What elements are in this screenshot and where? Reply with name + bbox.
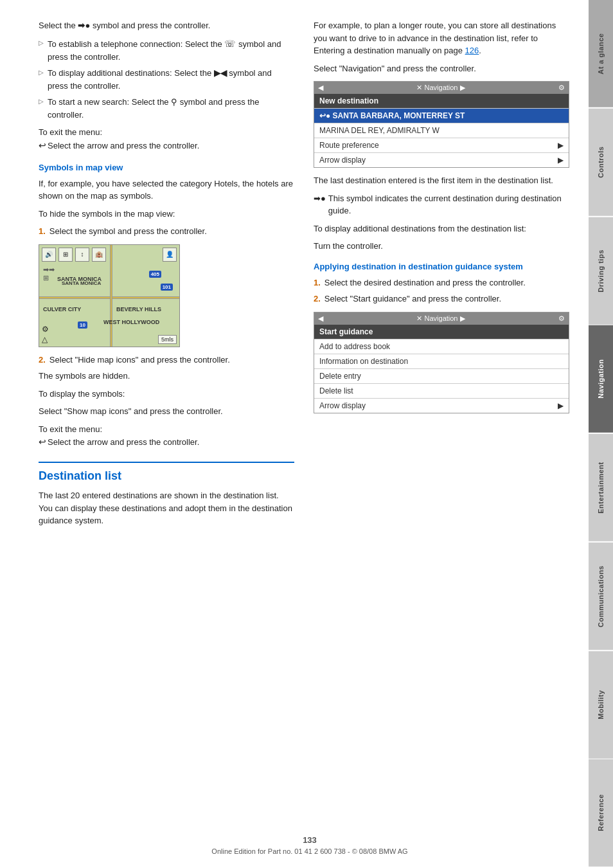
nav-item-delete-list[interactable]: Delete list — [314, 384, 569, 399]
sidebar-tab-controls[interactable]: Controls — [589, 109, 613, 216]
destination-list-heading: Destination list — [39, 469, 294, 483]
list-item: ▷ To display additional destinations: Se… — [39, 67, 294, 92]
map-bottom-icons: ⚙ △ — [42, 325, 49, 344]
bullet-icon: ▷ — [39, 38, 44, 48]
turn-controller-text: Turn the controller. — [314, 240, 569, 253]
applying-dest-heading: Applying destination in destination guid… — [314, 262, 569, 271]
nav-item-marina-del-rey[interactable]: MARINA DEL REY, ADMIRALTY W — [314, 123, 569, 138]
show-icons-text: Select "Show map icons" and press the co… — [39, 405, 294, 418]
step-number: 1. — [39, 225, 46, 238]
list-item: ▷ To start a new search: Select the ⚲ sy… — [39, 96, 294, 121]
list-item-text: To establish a telephone connection: Sel… — [48, 37, 294, 64]
symbol-note-text: This symbol indicates the current destin… — [328, 192, 569, 217]
destination-list-section: Destination list The last 20 entered des… — [39, 462, 294, 527]
nav-item-arrow-display2[interactable]: Arrow display — [314, 399, 569, 413]
left-column: Select the ➡● symbol and press the contr… — [39, 19, 294, 532]
map-icon-person: 👤 — [163, 248, 177, 262]
map-icons: 🔊 ⊞ ↕ 🏨 — [42, 248, 106, 262]
applying-step-2: 2. Select "Start guidance" and press the… — [314, 293, 569, 305]
map-icon-arrow: ↕ — [75, 248, 89, 262]
step-2-text: Select "Hide map icons" and press the co… — [49, 354, 230, 366]
sidebar-tab-at-a-glance[interactable]: At a glance — [589, 0, 613, 107]
applying-step-1: 1. Select the desired destination and pr… — [314, 276, 569, 289]
exit2-instruction: To exit the menu:↩Select the arrow and p… — [39, 423, 294, 449]
footer-text: Online Edition for Part no. 01 41 2 600 … — [211, 847, 407, 855]
nav2-left-arrow: ◀ — [318, 314, 323, 323]
nav-item-start-guidance[interactable]: Start guidance — [314, 325, 569, 339]
map-label-culver-city: CULVER CITY — [43, 306, 81, 312]
symbols-map-view-heading: Symbols in map view — [39, 163, 294, 172]
page-link[interactable]: 126 — [465, 46, 479, 55]
display-more-text: To display additional destinations from … — [314, 222, 569, 235]
map-label-west-hollywood: WEST HOLLYWOOD — [103, 319, 159, 325]
nav-item-new-destination[interactable]: New destination — [314, 94, 569, 109]
bullet-icon: ▷ — [39, 96, 44, 106]
display-symbols-text: To display the symbols: — [39, 388, 294, 401]
step-2: 2. Select "Hide map icons" and press the… — [39, 354, 294, 366]
symbols-hidden-text: The symbols are hidden. — [39, 370, 294, 383]
step-1: 1. Select the symbol and press the contr… — [39, 225, 294, 238]
map-label-santa-monica-disp: SANTA MONICA — [62, 280, 101, 286]
nav-left-arrow: ◀ — [318, 84, 323, 92]
nav-ui-1-header: ◀ ✕ Navigation ▶ ⚙ — [314, 82, 569, 94]
nav-item-santa-barbara[interactable]: ↩● SANTA BARBARA, MONTERREY ST — [314, 109, 569, 123]
list-item-text: To start a new search: Select the ⚲ symb… — [48, 96, 294, 121]
nav-settings-icon: ⚙ — [558, 84, 565, 92]
nav-item-route-preference[interactable]: Route preference — [314, 138, 569, 153]
sidebar-tab-driving-tips[interactable]: Driving tips — [589, 217, 613, 325]
sidebar-tab-mobility[interactable]: Mobility — [589, 651, 613, 759]
map-badge-10: 10 — [78, 321, 87, 329]
back-arrow2-icon: ↩ — [39, 437, 46, 447]
nav-ui-2: ◀ ✕ Navigation ▶ ⚙ Start guidance Add to… — [314, 312, 569, 413]
numbered-list: 1. Select the symbol and press the contr… — [39, 225, 294, 238]
map-arrows: ➡➡⊞ — [43, 266, 55, 282]
nav-ui-2-title: ✕ Navigation ▶ — [323, 314, 558, 323]
sidebar-tab-entertainment[interactable]: Entertainment — [589, 434, 613, 541]
map-badge-405: 405 — [149, 271, 161, 278]
map-icon-sound: 🔊 — [42, 248, 56, 262]
applying-step-1-text: Select the desired destination and press… — [324, 276, 526, 289]
map-road-h — [39, 296, 179, 299]
page-number: 133 — [39, 835, 581, 845]
nav-ui-1: ◀ ✕ Navigation ▶ ⚙ New destination ↩● SA… — [314, 81, 569, 168]
intro-text: Select the ➡● symbol and press the contr… — [39, 19, 294, 32]
nav-item-info-destination[interactable]: Information on destination — [314, 354, 569, 369]
nav-item-delete-entry[interactable]: Delete entry — [314, 369, 569, 384]
bullet-list: ▷ To establish a telephone connection: S… — [39, 37, 294, 122]
sidebar: At a glance Controls Driving tips Naviga… — [589, 0, 613, 868]
nav-ui-1-title: ✕ Navigation ▶ — [323, 84, 558, 92]
applying-steps: 1. Select the desired destination and pr… — [314, 276, 569, 305]
nav-item-add-address-book[interactable]: Add to address book — [314, 339, 569, 354]
exit-instruction: To exit the menu:↩Select the arrow and p… — [39, 126, 294, 152]
map-label-beverly-hills: BEVERLY HILLS — [116, 306, 161, 312]
map-view: 🔊 ⊞ ↕ 🏨 👤 ➡➡⊞ SANTA MONICA SANTA MONICA — [39, 244, 180, 347]
step-2-number: 2. — [39, 354, 46, 366]
list-item-text: To display additional destinations: Sele… — [48, 67, 294, 92]
map-icon-nav: ⊞ — [58, 248, 73, 262]
sidebar-tab-reference[interactable]: Reference — [589, 759, 613, 867]
right-column: For example, to plan a longer route, you… — [314, 19, 569, 532]
dest-first-item-text: The last destination entered is the firs… — [314, 174, 569, 187]
symbols-para2: To hide the symbols in the map view: — [39, 208, 294, 221]
sidebar-tab-communications[interactable]: Communications — [589, 543, 613, 650]
symbols-para1: If, for example, you have selected the c… — [39, 177, 294, 203]
applying-step-1-num: 1. — [314, 276, 321, 289]
symbol-note: ➡● This symbol indicates the current des… — [314, 192, 569, 217]
map-scale: 5mls — [158, 335, 177, 344]
nav-item-arrow-display[interactable]: Arrow display — [314, 153, 569, 167]
sidebar-tab-navigation[interactable]: Navigation — [589, 325, 613, 433]
applying-step-2-text: Select "Start guidance" and press the co… — [324, 293, 501, 305]
map-badge-101: 101 — [161, 284, 173, 291]
back-arrow-icon: ↩ — [39, 140, 46, 150]
bullet-icon: ▷ — [39, 68, 44, 77]
page-footer: 133 Online Edition for Part no. 01 41 2 … — [39, 835, 581, 855]
list-item: ▷ To establish a telephone connection: S… — [39, 37, 294, 64]
map-road-v — [110, 245, 112, 347]
right-instruction: Select "Navigation" and press the contro… — [314, 62, 569, 75]
map-icon-hotel: 🏨 — [92, 248, 106, 262]
main-content: Select the ➡● symbol and press the contr… — [0, 0, 589, 868]
nav-ui-2-header: ◀ ✕ Navigation ▶ ⚙ — [314, 312, 569, 325]
right-intro: For example, to plan a longer route, you… — [314, 19, 569, 57]
nav2-settings-icon: ⚙ — [558, 314, 565, 323]
destination-list-para: The last 20 entered destinations are sho… — [39, 489, 294, 527]
